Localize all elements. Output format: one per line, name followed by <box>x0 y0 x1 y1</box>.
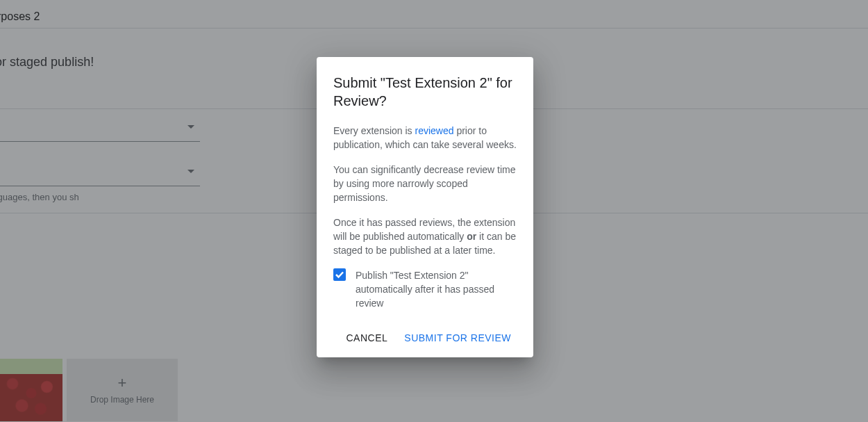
dialog-paragraph-1: Every extension is reviewed prior to pub… <box>333 124 517 152</box>
dialog-paragraph-3: Once it has passed reviews, the extensio… <box>333 216 517 257</box>
auto-publish-label: Publish "Test Extension 2" automatically… <box>356 268 517 310</box>
dialog-paragraph-2: You can significantly decrease review ti… <box>333 163 517 204</box>
dialog-title: Submit "Test Extension 2" for Review? <box>333 74 517 110</box>
submit-for-review-button[interactable]: SUBMIT FOR REVIEW <box>399 327 517 349</box>
submit-review-dialog: Submit "Test Extension 2" for Review? Ev… <box>317 57 533 357</box>
dialog-actions: CANCEL SUBMIT FOR REVIEW <box>333 327 517 349</box>
text: Every extension is <box>333 125 415 136</box>
check-icon <box>335 270 344 279</box>
text-bold: or <box>467 231 476 242</box>
cancel-button[interactable]: CANCEL <box>341 327 394 349</box>
auto-publish-option: Publish "Test Extension 2" automatically… <box>333 268 517 310</box>
reviewed-link[interactable]: reviewed <box>415 125 454 136</box>
auto-publish-checkbox[interactable] <box>333 268 346 281</box>
